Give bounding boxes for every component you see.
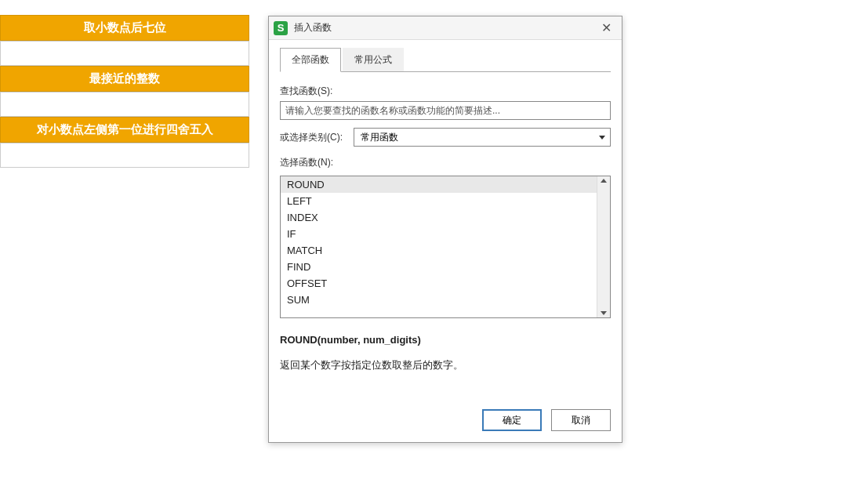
tab-common-formulas[interactable]: 常用公式 [343, 48, 404, 72]
dialog-title: 插入函数 [294, 21, 332, 34]
tab-all-functions[interactable]: 全部函数 [280, 48, 341, 72]
function-listbox: ROUND LEFT INDEX IF MATCH FIND OFFSET SU… [280, 176, 611, 318]
empty-cell-3[interactable] [0, 143, 249, 168]
category-value: 常用函数 [361, 131, 398, 144]
function-item-match[interactable]: MATCH [281, 242, 597, 259]
listbox-scrollbar[interactable] [597, 176, 610, 317]
function-list-inner: ROUND LEFT INDEX IF MATCH FIND OFFSET SU… [281, 176, 597, 317]
ok-button[interactable]: 确定 [482, 409, 542, 431]
dialog-footer: 确定 取消 [269, 400, 622, 442]
cancel-button[interactable]: 取消 [551, 409, 611, 431]
select-function-label: 选择函数(N): [280, 156, 611, 169]
scroll-down-icon[interactable] [601, 311, 607, 315]
scroll-up-icon[interactable] [601, 179, 607, 183]
category-label: 或选择类别(C): [280, 131, 343, 144]
empty-cell-1[interactable] [0, 41, 249, 66]
left-cells-panel: 取小数点后七位 最接近的整数 对小数点左侧第一位进行四舍五入 [0, 15, 251, 168]
close-icon[interactable]: ✕ [597, 19, 615, 38]
header-cell-2: 最接近的整数 [0, 66, 249, 92]
function-signature: ROUND(number, num_digits) [280, 334, 611, 346]
function-item-sum[interactable]: SUM [281, 292, 597, 308]
search-label: 查找函数(S): [280, 85, 611, 98]
function-item-offset[interactable]: OFFSET [281, 275, 597, 292]
insert-function-dialog: S 插入函数 ✕ 全部函数 常用公式 查找函数(S): 或选择类别(C): 常用… [268, 16, 622, 443]
function-item-find[interactable]: FIND [281, 259, 597, 275]
dialog-titlebar: S 插入函数 ✕ [269, 16, 622, 40]
dialog-body: 查找函数(S): 或选择类别(C): 常用函数 选择函数(N): ROUND L… [269, 72, 622, 400]
search-input[interactable] [280, 101, 611, 120]
function-description: ROUND(number, num_digits) 返回某个数字按指定位数取整后… [280, 334, 611, 372]
category-row: 或选择类别(C): 常用函数 [280, 128, 611, 147]
chevron-down-icon [599, 136, 605, 140]
app-icon: S [274, 21, 288, 35]
function-item-index[interactable]: INDEX [281, 209, 597, 226]
function-item-if[interactable]: IF [281, 226, 597, 242]
category-select[interactable]: 常用函数 [354, 128, 611, 147]
tabs: 全部函数 常用公式 [269, 40, 622, 72]
function-item-left[interactable]: LEFT [281, 193, 597, 209]
function-item-round[interactable]: ROUND [281, 176, 597, 193]
function-desc-text: 返回某个数字按指定位数取整后的数字。 [280, 358, 611, 372]
titlebar-left: S 插入函数 [274, 21, 332, 35]
empty-cell-2[interactable] [0, 92, 249, 117]
header-cell-1: 取小数点后七位 [0, 15, 249, 41]
header-cell-3: 对小数点左侧第一位进行四舍五入 [0, 117, 249, 143]
